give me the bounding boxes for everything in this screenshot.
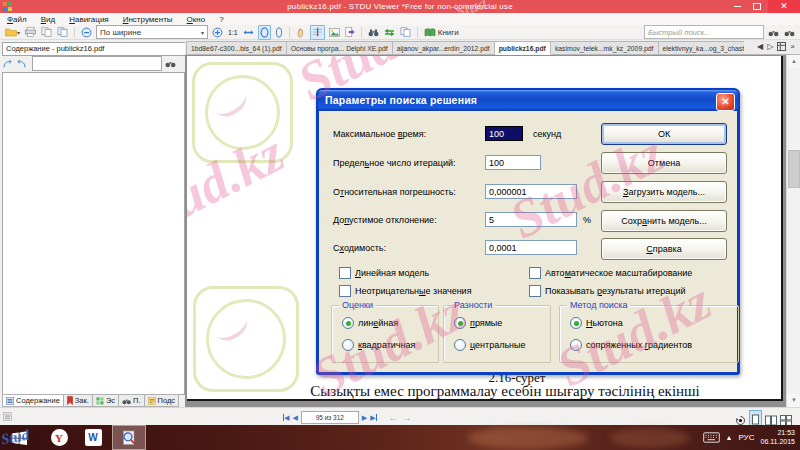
radio-quadratic[interactable]: квадратичная — [342, 339, 415, 351]
convergence-field[interactable]: 0,0001 — [485, 240, 577, 255]
linear-model-checkbox[interactable]: Линейная модель — [339, 267, 429, 279]
two-page-layout-icon[interactable] — [765, 415, 777, 426]
minimize-button[interactable] — [728, 0, 746, 13]
radio-forward[interactable]: прямые — [454, 317, 502, 329]
sidebar-tab-highlights[interactable]: Подс — [145, 394, 180, 407]
history-forward-button[interactable]: → — [402, 413, 412, 423]
clock[interactable]: 21:53 06.11.2015 — [760, 429, 795, 446]
continuous-layout-icon[interactable] — [780, 415, 792, 426]
tab-list-icon[interactable] — [777, 42, 786, 51]
text-select-icon — [312, 27, 323, 37]
first-page-button[interactable]: ◀ — [283, 414, 289, 422]
taskbar-word-button[interactable]: W — [78, 425, 108, 450]
doc-tab[interactable]: 1bd8e67-c300...bis_64 (1).pdf — [186, 41, 287, 55]
actual-size-button[interactable]: 1:1 — [227, 26, 239, 39]
doc-tab[interactable]: aijanov_akpar...erdin_2012.pdf — [393, 41, 495, 55]
keyboard-icon[interactable] — [703, 432, 720, 443]
scrollbar-thumb[interactable] — [788, 150, 800, 188]
sidebar-tab-label: Подс — [158, 396, 176, 405]
find-next-button[interactable] — [767, 26, 780, 39]
text-select-tool-button[interactable] — [310, 25, 325, 40]
show-iterations-checkbox[interactable]: Показывать результаты итераций — [529, 285, 686, 297]
sidebar-tab-search[interactable]: П. — [119, 394, 144, 407]
precision-field[interactable]: 0,000001 — [485, 184, 577, 199]
find-prev-button[interactable] — [783, 26, 796, 39]
expand-all-icon[interactable] — [2, 59, 13, 69]
scroll-down-icon[interactable]: ▼ — [787, 394, 800, 407]
doc-tab[interactable]: Основы програ... Delphi XE.pdf — [287, 41, 393, 55]
pdf-page[interactable]: Параметры поиска решения ✕ Максимальное … — [187, 56, 783, 401]
menu-help[interactable]: ? — [212, 15, 230, 24]
zoom-in-button[interactable] — [211, 26, 224, 39]
search-button[interactable] — [367, 26, 380, 39]
fit-page-button[interactable] — [258, 25, 271, 40]
dialog-close-button[interactable]: ✕ — [716, 93, 735, 111]
menu-tools[interactable]: Инструменты — [116, 15, 180, 24]
zoom-mode-select[interactable]: По ширине ▾ — [96, 25, 208, 39]
contents-tree-panel[interactable] — [2, 72, 185, 395]
zoom-out-button[interactable] — [80, 26, 93, 39]
close-button[interactable]: ✕ — [768, 0, 800, 13]
history-back-button[interactable]: ← — [389, 413, 399, 423]
copy-button[interactable] — [399, 26, 412, 39]
export-page-button[interactable] — [40, 26, 53, 39]
prev-page-button[interactable]: ◀ — [292, 414, 297, 422]
collapse-all-icon[interactable] — [16, 59, 27, 69]
sidebar-tab-bookmarks[interactable]: Зак. — [64, 394, 93, 407]
toolbar-separator — [361, 27, 362, 38]
hand-tool-button[interactable] — [295, 26, 307, 39]
menu-navigation[interactable]: Навигация — [62, 15, 116, 24]
maximize-button[interactable] — [748, 0, 766, 13]
taskbar-yandex-button[interactable]: Y — [44, 425, 74, 450]
language-indicator[interactable]: РУС — [738, 433, 754, 442]
load-model-button[interactable]: Загрузить модель... — [601, 181, 727, 203]
menu-view[interactable]: Вид — [34, 15, 62, 24]
rotate-icon[interactable] — [735, 415, 746, 426]
tab-scroll-left-icon[interactable]: ◀ — [757, 42, 763, 51]
sidebar-search-input[interactable] — [32, 56, 162, 71]
doc-tab[interactable]: kasimov_telek...mk_kz_2009.pdf — [551, 41, 659, 55]
export-tool-button[interactable] — [344, 26, 356, 39]
tray-expand-icon[interactable]: ▲ — [726, 434, 733, 441]
image-select-tool-button[interactable] — [328, 26, 341, 39]
cancel-button[interactable]: Отмена — [601, 152, 727, 174]
scroll-up-icon[interactable]: ▲ — [787, 55, 800, 68]
books-button[interactable]: Книги — [423, 26, 460, 39]
next-page-button[interactable]: ▶ — [362, 414, 367, 422]
radio-newton[interactable]: Ньютона — [570, 317, 623, 329]
sidebar-tab-thumbnails[interactable]: Эс — [93, 394, 119, 407]
fit-height-button[interactable] — [274, 26, 284, 39]
page-indicator[interactable]: 95 из 312 — [301, 411, 359, 424]
copy-page-button[interactable] — [56, 26, 69, 39]
tab-scroll-right-icon[interactable]: ▷ — [767, 42, 773, 51]
watermark-logo — [192, 62, 293, 163]
tolerance-field[interactable]: 5 — [485, 212, 577, 227]
vertical-scrollbar[interactable]: ▲ ▼ — [786, 55, 800, 407]
radio-conjugate[interactable]: сопряженных градиентов — [570, 339, 692, 351]
dialog-title-bar[interactable]: Параметры поиска решения — [318, 90, 738, 111]
binoculars-icon[interactable] — [165, 59, 176, 68]
taskbar-stdu-button[interactable] — [112, 425, 146, 450]
quick-search-input[interactable] — [644, 25, 764, 39]
doc-tab-active[interactable]: publickz16.pdf — [495, 41, 551, 55]
print-button[interactable] — [24, 26, 37, 39]
iterations-field[interactable]: 100 — [485, 155, 541, 170]
auto-scaling-checkbox[interactable]: Автоматическое масштабирование — [529, 267, 692, 279]
swap-pages-button[interactable] — [383, 26, 396, 39]
tab-close-icon[interactable]: × — [790, 42, 795, 51]
save-model-button[interactable]: Сохранить модель... — [601, 210, 727, 232]
help-button[interactable]: Справка — [601, 238, 727, 260]
start-button[interactable] — [0, 425, 38, 450]
menu-file[interactable]: Файл — [0, 15, 34, 24]
menu-window[interactable]: Окно — [180, 15, 213, 24]
open-file-button[interactable]: ▾ — [4, 26, 21, 39]
sidebar-tab-contents[interactable]: Содержание — [2, 394, 64, 407]
radio-linear[interactable]: линейная — [342, 317, 398, 329]
radio-central[interactable]: центральные — [454, 339, 526, 351]
ok-button[interactable]: ОК — [601, 123, 727, 145]
doc-tab[interactable]: elektivnyy_ka...og_3_chast.pdf — [659, 41, 745, 55]
fit-width-button[interactable] — [242, 26, 255, 39]
max-time-field[interactable]: 100 — [485, 126, 523, 141]
last-page-button[interactable]: ▶ — [370, 414, 376, 422]
non-negative-checkbox[interactable]: Неотрицательные значения — [339, 285, 472, 297]
